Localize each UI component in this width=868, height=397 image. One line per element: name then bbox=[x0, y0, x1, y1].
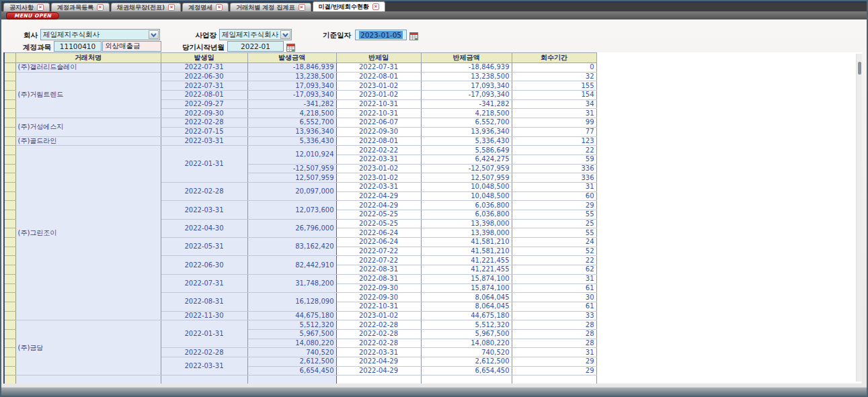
collection-period-cell[interactable]: 61 bbox=[512, 302, 596, 311]
collection-period-cell[interactable]: 31 bbox=[512, 182, 596, 191]
row-header-cell[interactable] bbox=[4, 302, 15, 311]
table-row[interactable]: (주)금담2022-01-315,512,3202022-02-285,512,… bbox=[4, 320, 596, 330]
chevron-down-icon[interactable] bbox=[280, 30, 290, 39]
repayment-date-cell[interactable]: 2022-06-07 bbox=[336, 118, 421, 128]
repayment-date-cell[interactable]: 2022-06-24 bbox=[336, 238, 421, 247]
row-header-cell[interactable] bbox=[4, 81, 15, 91]
row-header-cell[interactable] bbox=[4, 91, 15, 100]
occurrence-amount-cell[interactable]: 2,612,500 bbox=[247, 357, 336, 367]
occurrence-amount-cell[interactable]: -12,507,959 bbox=[247, 164, 336, 173]
repayment-amount-cell[interactable]: 41,581,210 bbox=[421, 247, 512, 256]
chevron-down-icon[interactable] bbox=[149, 30, 159, 39]
row-header-cell[interactable] bbox=[4, 118, 15, 128]
row-header-cell[interactable] bbox=[4, 191, 15, 201]
occurrence-date-cell[interactable]: 2022-09-30 bbox=[161, 109, 247, 118]
tab-4[interactable]: 계정명세✕ bbox=[182, 3, 229, 11]
repayment-date-cell[interactable]: 2022-03-31 bbox=[336, 155, 421, 164]
occurrence-amount-cell[interactable]: 16,128,090 bbox=[247, 293, 336, 311]
row-header-cell[interactable] bbox=[4, 99, 15, 109]
occurrence-amount-cell[interactable] bbox=[247, 376, 336, 384]
calendar-icon[interactable] bbox=[409, 30, 419, 40]
repayment-amount-cell[interactable]: 6,424,275 bbox=[421, 155, 512, 164]
collection-period-cell[interactable]: 154 bbox=[512, 91, 596, 100]
repayment-amount-cell[interactable]: 6,036,800 bbox=[421, 210, 512, 220]
tab-3[interactable]: 채권채무장(전표)✕ bbox=[111, 3, 181, 11]
repayment-date-cell[interactable]: 2022-08-01 bbox=[336, 72, 421, 81]
collection-period-cell[interactable]: 55 bbox=[512, 228, 596, 238]
customer-name-cell[interactable]: (주)거성에스지 bbox=[15, 118, 161, 136]
table-row[interactable]: (주)갤러리드슬레이2022-07-31-18,846,9392022-07-3… bbox=[4, 63, 596, 73]
occurrence-date-cell[interactable]: 2022-02-28 bbox=[161, 348, 247, 357]
row-header-cell[interactable] bbox=[4, 329, 15, 339]
tab-close-icon[interactable]: ✕ bbox=[216, 4, 223, 11]
occurrence-date-cell[interactable]: 2022-01-31 bbox=[161, 320, 247, 348]
row-header-cell[interactable] bbox=[4, 339, 15, 348]
repayment-amount-cell[interactable]: 5,586,649 bbox=[421, 146, 512, 155]
repayment-amount-cell[interactable]: 8,064,045 bbox=[421, 302, 512, 311]
row-header-cell[interactable] bbox=[4, 238, 15, 247]
row-header-cell[interactable] bbox=[4, 274, 15, 283]
collection-period-cell[interactable]: 30 bbox=[512, 293, 596, 302]
period-start-input[interactable]: 2022-01 bbox=[227, 41, 284, 52]
occurrence-amount-cell[interactable]: 31,748,200 bbox=[247, 274, 336, 292]
repayment-date-cell[interactable]: 2022-08-31 bbox=[336, 274, 421, 283]
occurrence-amount-cell[interactable]: 6,654,450 bbox=[247, 366, 336, 376]
table-row[interactable] bbox=[4, 376, 596, 384]
repayment-date-cell[interactable]: 2023-01-02 bbox=[336, 311, 421, 320]
row-header-cell[interactable] bbox=[4, 366, 15, 376]
collection-period-cell[interactable]: 55 bbox=[512, 210, 596, 220]
occurrence-date-cell[interactable]: 2022-08-31 bbox=[161, 293, 247, 311]
site-select[interactable]: 제일제지주식회사 bbox=[219, 29, 292, 40]
occurrence-amount-cell[interactable]: 740,520 bbox=[247, 348, 336, 357]
occurrence-amount-cell[interactable]: 5,336,430 bbox=[247, 136, 336, 146]
occurrence-amount-cell[interactable]: -341,282 bbox=[247, 99, 336, 109]
row-header-cell[interactable] bbox=[4, 320, 15, 330]
repayment-amount-cell[interactable]: 5,967,500 bbox=[421, 329, 512, 339]
customer-name-cell[interactable] bbox=[15, 376, 161, 384]
repayment-date-cell[interactable]: 2022-06-24 bbox=[336, 228, 421, 238]
repayment-date-cell[interactable]: 2023-01-02 bbox=[336, 81, 421, 91]
row-header-cell[interactable] bbox=[4, 265, 15, 275]
repayment-date-cell[interactable]: 2022-02-28 bbox=[336, 339, 421, 348]
customer-name-cell[interactable]: (주)골드라인 bbox=[15, 136, 161, 146]
row-header-cell[interactable] bbox=[4, 164, 15, 173]
row-header-cell[interactable] bbox=[4, 72, 15, 81]
occurrence-amount-cell[interactable]: 5,512,320 bbox=[247, 320, 336, 330]
collection-period-cell[interactable]: 60 bbox=[512, 191, 596, 201]
collection-period-cell[interactable] bbox=[512, 376, 596, 384]
repayment-amount-cell[interactable]: 6,552,700 bbox=[421, 118, 512, 128]
tab-2[interactable]: 계정과목등록✕ bbox=[51, 3, 110, 11]
row-header-cell[interactable] bbox=[4, 376, 15, 384]
collection-period-cell[interactable]: 29 bbox=[512, 366, 596, 376]
row-header-cell[interactable] bbox=[4, 283, 15, 293]
occurrence-date-cell[interactable]: 2022-06-30 bbox=[161, 72, 247, 81]
repayment-date-cell[interactable]: 2022-09-30 bbox=[336, 127, 421, 136]
tab-5[interactable]: 거래처별 계정 집계표✕ bbox=[230, 3, 311, 11]
repayment-date-cell[interactable]: 2022-05-25 bbox=[336, 210, 421, 220]
col-header-occurrence-amount[interactable]: 발생금액 bbox=[247, 53, 336, 63]
collection-period-cell[interactable]: 0 bbox=[512, 63, 596, 73]
repayment-amount-cell[interactable]: 6,036,800 bbox=[421, 201, 512, 210]
repayment-amount-cell[interactable]: -341,282 bbox=[421, 99, 512, 109]
col-header-occurrence-date[interactable]: 발생일 bbox=[161, 53, 247, 63]
collection-period-cell[interactable]: 28 bbox=[512, 320, 596, 330]
tab-close-icon[interactable]: ✕ bbox=[168, 4, 175, 11]
collection-period-cell[interactable]: 52 bbox=[512, 247, 596, 256]
repayment-date-cell[interactable]: 2022-07-22 bbox=[336, 247, 421, 256]
repayment-amount-cell[interactable]: 5,336,430 bbox=[421, 136, 512, 146]
collection-period-cell[interactable]: 24 bbox=[512, 238, 596, 247]
collection-period-cell[interactable]: 99 bbox=[512, 118, 596, 128]
menu-open-button[interactable]: MENU OPEN bbox=[6, 12, 59, 19]
table-row[interactable]: (주)골드라인2022-03-315,336,4302022-08-015,33… bbox=[4, 136, 596, 146]
customer-name-cell[interactable]: (주)거림트렌드 bbox=[15, 72, 161, 118]
repayment-amount-cell[interactable]: -17,093,340 bbox=[421, 91, 512, 100]
col-header-customer[interactable]: 거래처명 bbox=[15, 53, 161, 63]
occurrence-date-cell[interactable]: 2022-07-31 bbox=[161, 274, 247, 292]
occurrence-amount-cell[interactable]: 26,796,000 bbox=[247, 219, 336, 237]
row-header-cell[interactable] bbox=[4, 247, 15, 256]
row-header-cell[interactable] bbox=[4, 127, 15, 136]
occurrence-amount-cell[interactable]: -18,846,939 bbox=[247, 63, 336, 73]
col-header-repayment-amount[interactable]: 반제금액 bbox=[421, 53, 512, 63]
customer-name-cell[interactable]: (주)금담 bbox=[15, 320, 161, 376]
vertical-scrollbar[interactable] bbox=[856, 54, 862, 382]
